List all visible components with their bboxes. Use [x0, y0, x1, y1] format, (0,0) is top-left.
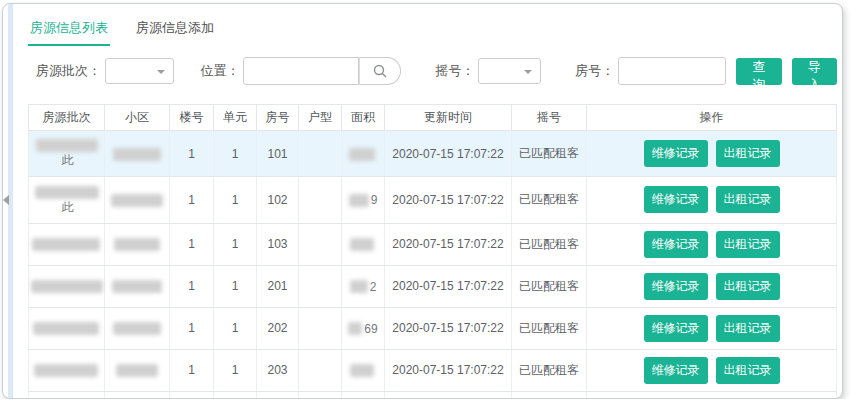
redacted-community-text [111, 194, 163, 207]
redacted-community-text [113, 322, 161, 335]
cell-actions: 维修记录出租记录 [587, 349, 837, 391]
action-button-repair-record[interactable]: 维修记录 [644, 273, 708, 300]
cell-layout [299, 223, 342, 265]
cell-unit: 1 [214, 391, 257, 399]
cell-update-time: 2020-07-15 17:07:22 [385, 177, 512, 223]
cell-layout [299, 307, 342, 349]
action-button-repair-record[interactable]: 维修记录 [644, 357, 708, 384]
action-button-rental-record[interactable]: 出租记录 [716, 186, 780, 213]
redacted-area-text [349, 194, 369, 207]
cell-batch [29, 265, 105, 307]
cell-lottery-status: 已匹配租客 [512, 391, 587, 399]
cell-building: 1 [170, 391, 214, 399]
room-number-input[interactable] [618, 57, 726, 85]
cell-batch [29, 391, 105, 399]
cell-batch [29, 223, 105, 265]
action-button-rental-record[interactable]: 出租记录 [716, 140, 780, 167]
table-row: 1 1 301 32 2020-07-15 17:07:22 已匹配租客 维修记… [29, 391, 837, 399]
app-window: 房源信息列表 房源信息添加 房源批次： 位置： 摇号： [2, 3, 843, 399]
action-button-repair-record[interactable]: 维修记录 [644, 186, 708, 213]
cell-building: 1 [170, 307, 214, 349]
location-input[interactable] [243, 57, 359, 85]
column-header-8: 摇号 [512, 105, 587, 131]
cell-area: 2 [342, 265, 385, 307]
cell-layout [299, 391, 342, 399]
redacted-area-text [348, 322, 362, 335]
tab-bar: 房源信息列表 房源信息添加 [28, 4, 837, 46]
cell-actions: 维修记录出租记录 [587, 177, 837, 223]
cell-building: 1 [170, 349, 214, 391]
cell-room: 102 [257, 177, 299, 223]
table-header-row: 房源批次小区楼号单元房号户型面积更新时间摇号操作 [29, 105, 837, 131]
table-row: 1 1 202 69 2020-07-15 17:07:22 已匹配租客 维修记… [29, 307, 837, 349]
action-button-rental-record[interactable]: 出租记录 [716, 315, 780, 342]
cell-update-time: 2020-07-15 17:07:22 [385, 307, 512, 349]
table-row: 此 1 1 101 2020-07-15 17:07:22 已匹配租客 维修记录… [29, 131, 837, 177]
action-button-repair-record[interactable]: 维修记录 [644, 231, 708, 258]
housing-table: 房源批次小区楼号单元房号户型面积更新时间摇号操作 此 1 1 101 2020-… [28, 104, 837, 399]
chevron-down-icon [157, 70, 165, 74]
action-button-repair-record[interactable]: 维修记录 [644, 140, 708, 167]
cell-community [105, 265, 170, 307]
cell-unit: 1 [214, 131, 257, 177]
cell-batch: 此 [29, 131, 105, 177]
cell-community [105, 307, 170, 349]
cell-room: 101 [257, 131, 299, 177]
redacted-community-text [114, 238, 160, 251]
import-button[interactable]: 导入 [792, 58, 837, 85]
action-button-rental-record[interactable]: 出租记录 [716, 357, 780, 384]
table-row: 1 1 201 2 2020-07-15 17:07:22 已匹配租客 维修记录… [29, 265, 837, 307]
sidebar-collapse-handle[interactable] [3, 193, 11, 207]
column-header-1: 小区 [105, 105, 170, 131]
cell-layout [299, 349, 342, 391]
tab-house-info-add[interactable]: 房源信息添加 [134, 16, 216, 46]
batch-select[interactable] [105, 58, 174, 84]
cell-actions: 维修记录出租记录 [587, 223, 837, 265]
column-header-0: 房源批次 [29, 105, 105, 131]
batch-filter-label: 房源批次： [36, 62, 101, 80]
column-header-9: 操作 [587, 105, 837, 131]
cell-area [342, 349, 385, 391]
cell-unit: 1 [214, 307, 257, 349]
action-button-rental-record[interactable]: 出租记录 [716, 273, 780, 300]
cell-layout [299, 177, 342, 223]
table-row: 1 1 103 2020-07-15 17:07:22 已匹配租客 维修记录出租… [29, 223, 837, 265]
cell-lottery-status: 已匹配租客 [512, 177, 587, 223]
main-content: 房源信息列表 房源信息添加 房源批次： 位置： 摇号： [28, 4, 837, 399]
cell-building: 1 [170, 265, 214, 307]
tab-house-info-list[interactable]: 房源信息列表 [28, 16, 110, 46]
cell-update-time: 2020-07-15 17:07:22 [385, 223, 512, 265]
action-button-repair-record[interactable]: 维修记录 [644, 315, 708, 342]
cell-batch [29, 349, 105, 391]
cell-lottery-status: 已匹配租客 [512, 223, 587, 265]
table-row: 此 1 1 102 9 2020-07-15 17:07:22 已匹配租客 维修… [29, 177, 837, 223]
query-button[interactable]: 查询 [736, 58, 781, 85]
chevron-down-icon [524, 70, 532, 74]
column-header-3: 单元 [214, 105, 257, 131]
lottery-select[interactable] [478, 58, 541, 84]
redacted-area-text [350, 280, 368, 293]
redacted-batch-text [32, 238, 100, 251]
redacted-community-text [116, 364, 158, 377]
cell-update-time: 2020-07-15 17:07:22 [385, 131, 512, 177]
cell-community [105, 131, 170, 177]
column-header-5: 户型 [299, 105, 342, 131]
column-header-4: 房号 [257, 105, 299, 131]
lottery-filter-label: 摇号： [435, 62, 474, 80]
cell-unit: 1 [214, 265, 257, 307]
redacted-community-text [113, 148, 161, 161]
redacted-community-text [112, 280, 162, 293]
action-button-rental-record[interactable]: 出租记录 [716, 231, 780, 258]
cell-batch: 此 [29, 177, 105, 223]
column-header-2: 楼号 [170, 105, 214, 131]
cell-building: 1 [170, 177, 214, 223]
cell-community [105, 177, 170, 223]
search-icon-button[interactable] [359, 57, 401, 85]
filter-bar: 房源批次： 位置： 摇号： 房号： [28, 57, 837, 85]
column-header-7: 更新时间 [385, 105, 512, 131]
cell-lottery-status: 已匹配租客 [512, 307, 587, 349]
redacted-batch-text [36, 139, 98, 152]
cell-community [105, 349, 170, 391]
cell-room: 203 [257, 349, 299, 391]
search-icon [372, 63, 388, 79]
